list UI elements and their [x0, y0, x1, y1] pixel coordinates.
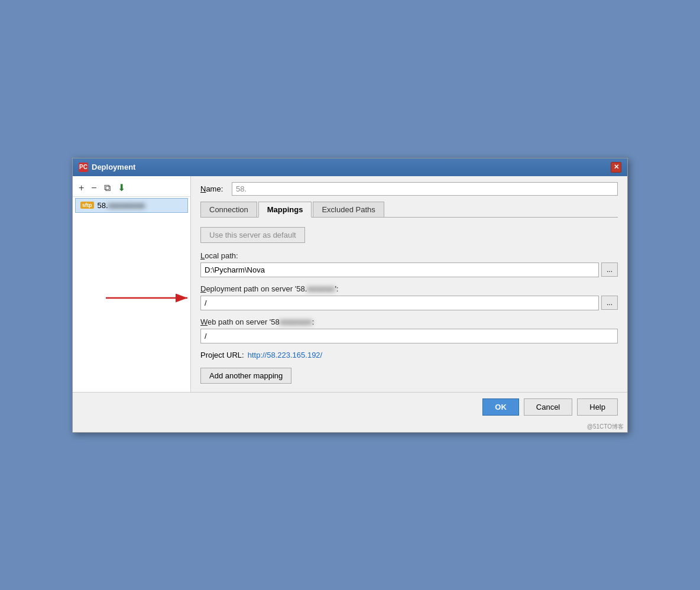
project-url-label: Project URL:: [200, 351, 244, 359]
watermark: @51CTO博客: [73, 422, 627, 432]
tab-connection[interactable]: Connection: [200, 202, 257, 217]
server-name-blurred: ●●●●●●●●: [108, 201, 145, 210]
dialog-title: Deployment: [92, 163, 135, 171]
close-button[interactable]: ✕: [611, 162, 621, 173]
web-path-row: [200, 329, 618, 343]
download-server-button[interactable]: ⬇: [115, 182, 128, 194]
tabs-bar: Connection Mappings Excluded Paths: [200, 202, 618, 218]
server-list-item[interactable]: sftp 58.●●●●●●●●: [75, 198, 188, 213]
add-mapping-button[interactable]: Add another mapping: [200, 368, 291, 384]
project-url-link[interactable]: http://58.223.165.192/: [248, 351, 323, 359]
app-icon: PC: [79, 163, 88, 172]
deployment-path-label: Deployment path on server '58.●●●●●●':: [200, 284, 618, 293]
sidebar: + − ⧉ ⬇ sftp 58.●●●●●●●●: [73, 176, 191, 392]
sidebar-toolbar: + − ⧉ ⬇: [73, 180, 190, 197]
dialog-body: + − ⧉ ⬇ sftp 58.●●●●●●●● Name: Connectio…: [73, 176, 627, 392]
deployment-section: Deployment path on server '58.●●●●●●': .…: [200, 284, 618, 310]
main-content: Name: Connection Mappings Excluded Paths…: [191, 176, 627, 392]
help-button[interactable]: Help: [577, 398, 618, 416]
local-path-browse-button[interactable]: ...: [601, 262, 618, 277]
tab-mappings[interactable]: Mappings: [258, 202, 312, 218]
deployment-server-blurred: ●●●●●●: [307, 284, 335, 293]
tab-excluded-paths[interactable]: Excluded Paths: [313, 202, 384, 217]
add-server-button[interactable]: +: [76, 182, 86, 194]
deployment-path-input[interactable]: [200, 296, 599, 310]
web-server-blurred: ●●●●●●●: [280, 317, 312, 326]
local-path-label: Local path:: [200, 251, 618, 260]
remove-server-button[interactable]: −: [89, 182, 99, 194]
name-row: Name:: [200, 182, 618, 196]
local-path-input[interactable]: [200, 262, 599, 277]
deployment-path-row: ...: [200, 296, 618, 310]
use-default-button[interactable]: Use this server as default: [200, 227, 305, 243]
copy-server-button[interactable]: ⧉: [102, 182, 113, 194]
web-path-label: Web path on server '58●●●●●●●:: [200, 317, 618, 326]
tab-content-mappings: Use this server as default Local path: .…: [200, 225, 618, 386]
title-bar-left: PC Deployment: [79, 163, 135, 172]
server-name: 58.●●●●●●●●: [98, 201, 145, 210]
cancel-button[interactable]: Cancel: [524, 398, 572, 416]
project-url-row: Project URL: http://58.223.165.192/: [200, 351, 618, 359]
sftp-icon: sftp: [80, 202, 94, 209]
local-path-row: ...: [200, 262, 618, 277]
name-input[interactable]: [232, 182, 618, 196]
name-label: Name:: [200, 184, 227, 193]
web-path-input[interactable]: [200, 329, 618, 343]
ok-button[interactable]: OK: [482, 398, 519, 416]
dialog-footer: OK Cancel Help: [73, 392, 627, 422]
title-bar: PC Deployment ✕: [73, 158, 627, 176]
deployment-dialog: PC Deployment ✕ + − ⧉ ⬇ sftp 58.●●●●●●●●…: [72, 158, 628, 433]
deployment-path-browse-button[interactable]: ...: [601, 296, 618, 310]
red-arrow: [106, 289, 195, 307]
